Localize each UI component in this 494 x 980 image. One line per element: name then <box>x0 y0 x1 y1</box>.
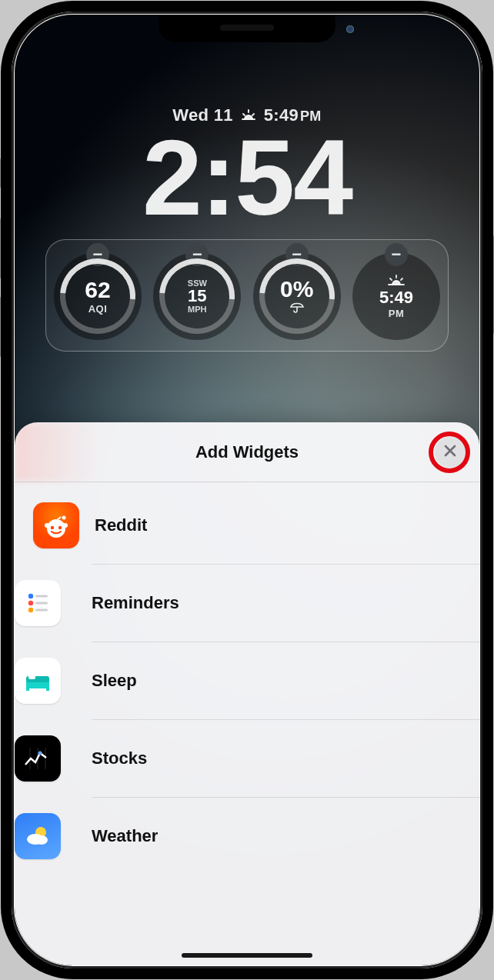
widget-sunset-suffix: PM <box>389 308 405 319</box>
svg-rect-7 <box>35 595 48 598</box>
switch-silence[interactable] <box>0 158 1 188</box>
home-indicator[interactable] <box>182 953 312 958</box>
svg-point-4 <box>45 523 49 528</box>
reddit-icon <box>33 502 79 548</box>
sheet-header: Add Widgets <box>15 422 479 482</box>
list-item-label: Stocks <box>92 748 147 768</box>
list-item-reddit[interactable]: Reddit <box>15 482 479 564</box>
list-item-stocks[interactable]: Stocks <box>92 719 479 797</box>
svg-point-6 <box>28 594 33 598</box>
svg-point-17 <box>38 752 42 755</box>
list-item-sleep[interactable]: Sleep <box>92 642 479 719</box>
widget-aqi[interactable]: − 62 AQI <box>54 252 142 340</box>
add-widgets-sheet: Add Widgets Reddit <box>15 422 479 965</box>
close-button[interactable] <box>435 437 466 468</box>
list-item-label: Weather <box>92 826 158 846</box>
reminders-icon <box>15 580 61 626</box>
list-item-label: Reminders <box>92 593 179 613</box>
list-item-weather[interactable]: Weather <box>92 797 479 875</box>
widget-precip[interactable]: − 0% <box>253 252 341 340</box>
svg-point-8 <box>28 601 33 605</box>
button-volume-up[interactable] <box>0 218 1 279</box>
stocks-icon <box>15 735 61 782</box>
list-item-label: Reddit <box>95 515 147 535</box>
widget-source-list[interactable]: Reddit Reminders Sleep <box>15 482 479 875</box>
svg-point-0 <box>47 519 65 538</box>
svg-point-20 <box>35 835 48 845</box>
list-item-reminders[interactable]: Reminders <box>92 564 479 642</box>
close-icon <box>443 444 457 461</box>
svg-point-1 <box>51 526 54 529</box>
svg-rect-14 <box>28 674 35 679</box>
sleep-icon <box>15 658 61 704</box>
svg-point-2 <box>58 526 62 529</box>
widget-sunset-time: 5:49 <box>379 289 413 306</box>
svg-point-10 <box>28 608 33 612</box>
sheet-title: Add Widgets <box>195 442 299 462</box>
svg-rect-11 <box>35 609 48 612</box>
svg-point-5 <box>63 523 68 528</box>
lockscreen-time[interactable]: 2:54 <box>15 124 479 232</box>
widget-wind[interactable]: − SSW 15 MPH <box>153 252 241 340</box>
weather-icon <box>15 813 61 859</box>
svg-rect-9 <box>35 602 48 605</box>
list-item-label: Sleep <box>92 671 137 691</box>
svg-rect-16 <box>46 687 49 691</box>
sunset-icon <box>386 274 406 289</box>
button-volume-down[interactable] <box>0 296 1 358</box>
screen: Wed 11 5:49PM 2:54 − 62 AQI − SSW 15 MPH <box>15 15 479 965</box>
widget-sunset[interactable]: − 5:49 PM <box>352 252 440 340</box>
device-frame: Wed 11 5:49PM 2:54 − 62 AQI − SSW 15 MPH <box>12 12 482 968</box>
svg-point-3 <box>62 516 66 520</box>
remove-widget-button[interactable]: − <box>385 243 408 266</box>
svg-rect-15 <box>26 687 29 691</box>
notch <box>159 15 335 42</box>
header-blur <box>15 422 99 482</box>
widget-container[interactable]: − 62 AQI − SSW 15 MPH − 0% <box>45 239 449 352</box>
